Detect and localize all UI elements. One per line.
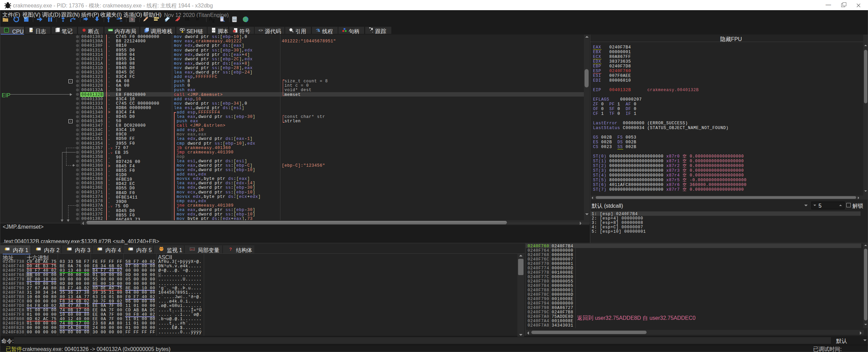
- svg-text:?: ?: [229, 247, 232, 252]
- svg-text:<>: <>: [212, 29, 215, 32]
- svg-text:32: 32: [5, 29, 8, 32]
- svg-text:[x=]: [x=]: [190, 248, 194, 251]
- svg-text:!: !: [183, 31, 184, 33]
- svg-text:<>: <>: [259, 28, 263, 32]
